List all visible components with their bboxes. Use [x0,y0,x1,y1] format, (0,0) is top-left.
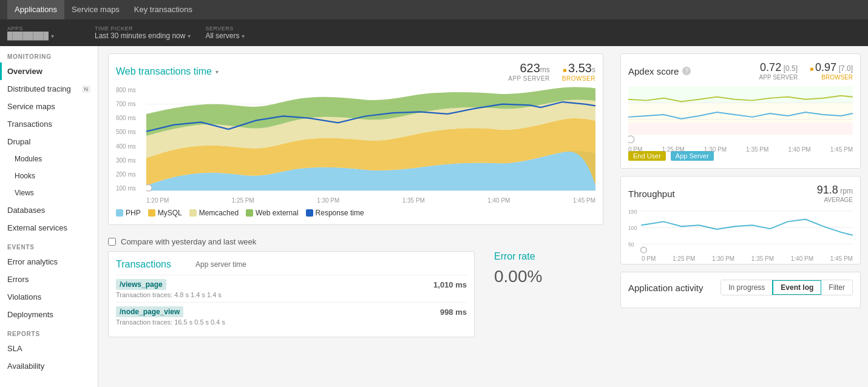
sidebar-item-hooks[interactable]: Hooks [0,167,98,184]
time-picker-label: TIME PICKER [95,25,191,32]
events-section-label: EVENTS [0,237,98,253]
monitoring-section-label: MONITORING [0,46,98,62]
sidebar-item-error-analytics[interactable]: Error analytics [0,253,98,271]
transaction-traces-1: Transaction traces: 4.8 s 1.4 s 1.4 s [116,290,467,298]
sidebar-item-modules[interactable]: Modules [0,150,98,167]
transaction-traces-2: Transaction traces: 16.5 s 0.5 s 0.4 s [116,317,467,326]
sidebar-item-distributed-tracing[interactable]: Distributed tracing N [0,80,98,98]
activity-title: Application activity [628,283,703,293]
app-selector[interactable]: APPS ████████ ▾ [7,25,80,40]
servers-value: All servers ▾ [205,32,245,40]
new-badge: N [82,86,91,93]
legend-response-time-dot [306,209,313,217]
svg-text:150: 150 [628,209,637,215]
nav-key-transactions[interactable]: Key transactions [127,0,200,19]
throughput-title: Throughput [628,189,675,199]
legend-web-external-dot [246,209,253,217]
sidebar-item-transactions[interactable]: Transactions [0,115,98,133]
sidebar-item-external-services[interactable]: External services [0,219,98,237]
transaction-name-row-2: /node_page_view 998 ms [116,306,467,317]
chart-legend: PHP MySQL Memcached Web external Respons… [116,209,595,217]
activity-btn-event-log[interactable]: Event log [772,280,822,295]
web-transactions-section: Web transactions time ▾ 623ms APP SERVER… [108,53,603,225]
chart-title-chevron-icon[interactable]: ▾ [215,69,219,75]
apdex-svg [628,86,853,143]
apdex-section: Apdex score ? 0.72 [0.5] APP SERVER ■ 0.… [620,53,861,169]
app-chevron-icon: ▾ [51,33,54,39]
activity-btn-in-progress[interactable]: In progress [721,280,773,295]
apdex-browser: ■ 0.97 [7.0] BROWSER [810,61,853,81]
throughput-svg: 150 100 50 [628,208,853,254]
legend-php-dot [116,209,123,217]
content-area: Web transactions time ▾ 623ms APP SERVER… [98,46,613,387]
sidebar-item-sla[interactable]: SLA [0,340,98,357]
apdex-help-icon[interactable]: ? [682,67,691,75]
transactions-title: Transactions [116,259,171,270]
chart-area: 800 ms 700 ms 600 ms 500 ms 400 ms 300 m… [116,87,595,204]
svg-point-13 [628,136,634,143]
chart-header: Web transactions time ▾ 623ms APP SERVER… [116,61,595,82]
legend-memcached-dot [189,209,197,217]
activity-btn-filter[interactable]: Filter [821,280,852,295]
y-axis: 800 ms 700 ms 600 ms 500 ms 400 ms 300 m… [116,87,146,204]
apdex-title: Apdex score ? [628,66,691,76]
app-activity-section: Application activity In progress Event l… [620,272,861,308]
main-layout: MONITORING Overview Distributed tracing … [0,46,868,387]
sidebar-item-deployments[interactable]: Deployments [0,306,98,323]
throughput-x-axis: 0 PM 1:25 PM 1:30 PM 1:35 PM 1:40 PM 1:4… [628,255,853,262]
browser-dot-icon: ■ [563,67,568,73]
svg-text:50: 50 [628,241,634,247]
chart-title: Web transactions time ▾ [116,66,219,77]
svg-point-7 [146,184,152,191]
transaction-name-1[interactable]: /views_page [116,279,166,290]
nav-applications[interactable]: Applications [7,0,64,19]
reports-section-label: REPORTS [0,323,98,340]
svg-point-20 [640,247,646,253]
transaction-time-2: 998 ms [440,308,467,317]
app-label: APPS [7,25,80,32]
servers-picker[interactable]: SERVERS All servers ▾ [205,25,245,40]
compare-label: Compare with yesterday and last week [121,237,256,246]
transactions-header: Transactions App server time [116,259,467,270]
sidebar-item-databases[interactable]: Databases [0,201,98,219]
compare-checkbox[interactable] [108,238,116,246]
time-picker[interactable]: TIME PICKER Last 30 minutes ending now ▾ [95,25,191,40]
main-chart-svg [146,87,595,196]
legend-response-time: Response time [306,209,364,217]
sidebar: MONITORING Overview Distributed tracing … [0,46,98,387]
sidebar-item-drupal[interactable]: Drupal [0,133,98,150]
sidebar-item-overview[interactable]: Overview [0,62,98,80]
sidebar-item-service-maps[interactable]: Service maps [0,98,98,115]
app-server-stat: 623ms APP SERVER [508,61,550,82]
apdex-chart: 0 PM 1:25 PM 1:30 PM 1:35 PM 1:40 PM 1:4… [628,86,853,146]
table-row: /node_page_view 998 ms Transaction trace… [116,302,467,329]
sidebar-item-availability[interactable]: Availability [0,357,98,375]
legend-mysql: MySQL [148,209,182,217]
sidebar-item-views[interactable]: Views [0,184,98,201]
browser-stat: ■ 3.53s BROWSER [562,61,595,82]
top-nav: Applications Service maps Key transactio… [0,0,868,19]
sidebar-item-errors[interactable]: Errors [0,271,98,288]
transaction-name-2[interactable]: /node_page_view [116,306,183,317]
app-name: ████████ ▾ [7,32,80,40]
legend-memcached: Memcached [189,209,239,217]
servers-chevron-icon: ▾ [242,33,245,39]
second-bar: APPS ████████ ▾ TIME PICKER Last 30 minu… [0,19,868,46]
right-panel: Apdex score ? 0.72 [0.5] APP SERVER ■ 0.… [613,46,868,387]
legend-web-external: Web external [246,209,298,217]
apdex-scores: 0.72 [0.5] APP SERVER ■ 0.97 [7.0] BROWS… [759,61,853,81]
svg-text:100: 100 [628,225,637,231]
svg-rect-8 [628,86,853,103]
sidebar-item-violations[interactable]: Violations [0,288,98,306]
time-picker-value: Last 30 minutes ending now ▾ [95,32,191,40]
nav-service-maps[interactable]: Service maps [64,0,127,19]
x-axis-labels: 1:20 PM 1:25 PM 1:30 PM 1:35 PM 1:40 PM … [146,196,595,204]
activity-header: Application activity In progress Event l… [628,280,853,295]
svg-rect-10 [628,123,853,135]
svg-rect-9 [628,103,853,123]
apdex-app-server: 0.72 [0.5] APP SERVER [759,61,798,81]
chart-stats: 623ms APP SERVER ■ 3.53s BROWSER [508,61,595,82]
legend-php: PHP [116,209,141,217]
throughput-stat: 91.8 rpm AVERAGE [817,184,853,203]
transactions-col-label: App server time [195,260,246,269]
